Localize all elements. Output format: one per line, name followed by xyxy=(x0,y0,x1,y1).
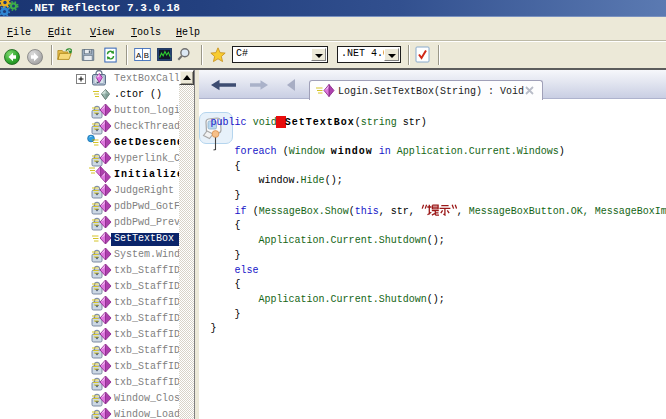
svg-text:A: A xyxy=(136,51,142,60)
svg-text:B: B xyxy=(144,51,149,60)
